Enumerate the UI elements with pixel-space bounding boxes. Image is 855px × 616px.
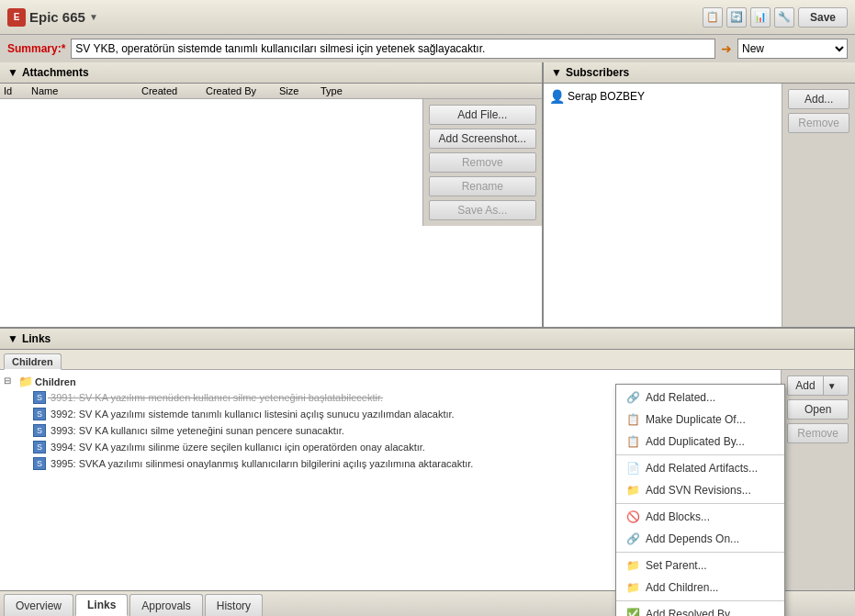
add-file-button[interactable]: Add File... bbox=[429, 105, 536, 125]
attachments-arrow: ▼ bbox=[7, 66, 18, 79]
add-duplicated-icon: 📋 bbox=[625, 434, 640, 449]
link-text: 3991: SV KA yazılımı menüden kullanıcı s… bbox=[48, 392, 383, 403]
add-duplicated-menu-item[interactable]: 📋 Add Duplicated By... bbox=[616, 431, 784, 453]
add-button-label[interactable]: Add bbox=[788, 376, 823, 395]
tab-history[interactable]: History bbox=[205, 594, 263, 616]
col-created-by: Created By bbox=[206, 85, 279, 96]
save-button[interactable]: Save bbox=[798, 7, 848, 28]
dropdown-menu: 🔗 Add Related... 📋 Make Duplicate Of... … bbox=[615, 384, 785, 616]
page-title: Epic 665 bbox=[29, 9, 85, 25]
subscriber-icon: 👤 bbox=[549, 89, 564, 104]
rename-button[interactable]: Rename bbox=[429, 176, 536, 196]
add-resolved-by-icon: ✅ bbox=[625, 607, 640, 616]
menu-separator bbox=[616, 454, 784, 455]
link-text: 3995: SVKA yazılımı silinmesi onaylanmış… bbox=[48, 458, 473, 469]
refresh-icon[interactable]: 🔄 bbox=[726, 7, 747, 28]
col-name: Name bbox=[31, 85, 141, 96]
title-dropdown-arrow[interactable]: ▼ bbox=[89, 12, 98, 22]
add-svn-menu-item[interactable]: 📁 Add SVN Revisions... bbox=[616, 479, 784, 501]
set-parent-menu-item[interactable]: 📁 Set Parent... bbox=[616, 554, 784, 577]
add-related-label: Add Related... bbox=[646, 391, 715, 404]
menu-separator-3 bbox=[616, 552, 784, 553]
add-depends-icon: 🔗 bbox=[625, 532, 640, 546]
remove-attachment-button[interactable]: Remove bbox=[429, 152, 536, 173]
summary-label: Summary:* bbox=[7, 42, 65, 55]
tab-links[interactable]: Links bbox=[75, 594, 128, 616]
chart-icon[interactable]: 📊 bbox=[750, 7, 771, 28]
save-as-button[interactable]: Save As... bbox=[429, 200, 536, 220]
remove-link-button[interactable]: Remove bbox=[787, 423, 849, 443]
add-related-icon: 🔗 bbox=[625, 390, 640, 405]
subscribers-list: 👤 Serap BOZBEY bbox=[544, 84, 782, 327]
links-header: ▼ Links bbox=[0, 329, 854, 350]
open-button[interactable]: Open bbox=[787, 399, 849, 420]
add-duplicated-label: Add Duplicated By... bbox=[646, 435, 745, 448]
add-children-label: Add Children... bbox=[646, 581, 718, 594]
status-select[interactable]: New In Progress Done Closed bbox=[737, 39, 848, 59]
story-icon: S bbox=[33, 457, 46, 470]
make-duplicate-label: Make Duplicate Of... bbox=[646, 413, 746, 426]
set-parent-icon: 📁 bbox=[625, 558, 640, 573]
add-depends-label: Add Depends On... bbox=[646, 532, 739, 545]
add-subscriber-button[interactable]: Add... bbox=[788, 89, 849, 109]
clipboard-icon[interactable]: 📋 bbox=[703, 7, 723, 28]
story-icon: S bbox=[33, 441, 46, 454]
col-type: Type bbox=[321, 85, 366, 96]
add-split-button[interactable]: Add ▼ bbox=[787, 375, 849, 396]
attachments-table-header: Id Name Created Created By Size Type bbox=[0, 84, 542, 99]
link-text: 3994: SV KA yazılımı silinme üzere seçil… bbox=[48, 442, 425, 453]
add-related-artifacts-menu-item[interactable]: 📄 Add Related Artifacts... bbox=[616, 457, 784, 479]
remove-subscriber-button[interactable]: Remove bbox=[788, 113, 849, 133]
add-related-menu-item[interactable]: 🔗 Add Related... bbox=[616, 386, 784, 409]
make-duplicate-icon: 📋 bbox=[625, 412, 640, 427]
subscribers-panel: ▼ Subscribers 👤 Serap BOZBEY Add... Remo… bbox=[543, 62, 855, 328]
top-panels: ▼ Attachments Id Name Created Created By… bbox=[0, 62, 855, 329]
add-screenshot-button[interactable]: Add Screenshot... bbox=[429, 129, 536, 149]
add-resolved-by-menu-item[interactable]: ✅ Add Resolved By... bbox=[616, 603, 784, 616]
attachments-list bbox=[0, 99, 422, 226]
add-related-artifacts-icon: 📄 bbox=[625, 461, 640, 476]
main-content: ▼ Attachments Id Name Created Created By… bbox=[0, 62, 855, 590]
list-item: 👤 Serap BOZBEY bbox=[547, 87, 778, 106]
add-children-menu-item[interactable]: 📁 Add Children... bbox=[616, 577, 784, 599]
tab-overview[interactable]: Overview bbox=[4, 594, 73, 616]
settings-icon[interactable]: 🔧 bbox=[774, 7, 794, 28]
arrow-icon: ➜ bbox=[721, 41, 732, 56]
attachments-title: Attachments bbox=[22, 66, 89, 79]
add-blocks-menu-item[interactable]: 🚫 Add Blocks... bbox=[616, 506, 784, 528]
attachments-body: Add File... Add Screenshot... Remove Ren… bbox=[0, 99, 542, 226]
add-depends-menu-item[interactable]: 🔗 Add Depends On... bbox=[616, 528, 784, 550]
add-svn-label: Add SVN Revisions... bbox=[646, 484, 751, 497]
summary-input[interactable] bbox=[71, 39, 715, 59]
col-created: Created bbox=[141, 85, 206, 96]
attachments-panel: ▼ Attachments Id Name Created Created By… bbox=[0, 62, 543, 328]
title-bar-icons: 📋 🔄 📊 🔧 Save bbox=[703, 7, 848, 28]
add-resolved-by-label: Add Resolved By... bbox=[646, 608, 738, 616]
children-tab-container: Children bbox=[0, 350, 854, 370]
add-dropdown-arrow[interactable]: ▼ bbox=[824, 378, 840, 394]
story-icon: S bbox=[33, 391, 46, 404]
story-icon: S bbox=[33, 408, 46, 420]
subscribers-body: 👤 Serap BOZBEY Add... Remove bbox=[544, 84, 855, 327]
col-size: Size bbox=[279, 85, 321, 96]
links-panel: ▼ Links Children ⊟ 📁 Children bbox=[0, 329, 855, 590]
links-buttons: Add ▼ Open Remove bbox=[781, 370, 854, 590]
col-id: Id bbox=[4, 85, 31, 96]
app-icon: E bbox=[7, 8, 26, 27]
title-bar-left: E Epic 665 ▼ bbox=[7, 8, 695, 27]
make-duplicate-menu-item[interactable]: 📋 Make Duplicate Of... bbox=[616, 409, 784, 431]
subscribers-title: Subscribers bbox=[566, 66, 629, 79]
links-arrow: ▼ bbox=[7, 332, 18, 345]
subscribers-header: ▼ Subscribers bbox=[544, 62, 855, 84]
children-tab[interactable]: Children bbox=[4, 353, 62, 370]
folder-icon: 📁 bbox=[18, 375, 33, 388]
add-related-artifacts-label: Add Related Artifacts... bbox=[646, 462, 758, 475]
expand-icon[interactable]: ⊟ bbox=[4, 375, 17, 388]
story-icon: S bbox=[33, 424, 46, 437]
add-blocks-icon: 🚫 bbox=[625, 510, 640, 524]
links-title: Links bbox=[22, 332, 51, 345]
tab-approvals[interactable]: Approvals bbox=[129, 594, 202, 616]
subscribers-buttons: Add... Remove bbox=[782, 84, 855, 327]
attachments-buttons: Add File... Add Screenshot... Remove Ren… bbox=[422, 99, 542, 226]
add-children-icon: 📁 bbox=[625, 580, 640, 595]
